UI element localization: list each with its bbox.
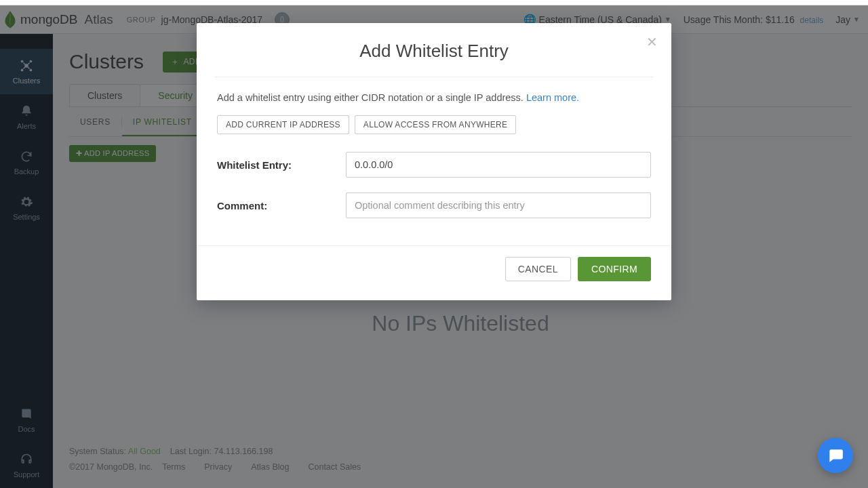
whitelist-entry-input[interactable] bbox=[346, 152, 651, 178]
whitelist-entry-label: Whitelist Entry: bbox=[217, 159, 346, 171]
browser-chrome-strip bbox=[0, 0, 868, 5]
intro-text: Add a whitelist entry using either CIDR … bbox=[217, 92, 526, 103]
learn-more-link[interactable]: Learn more. bbox=[526, 92, 579, 103]
close-icon[interactable]: ✕ bbox=[646, 34, 658, 50]
comment-input[interactable] bbox=[346, 192, 651, 218]
chat-icon bbox=[827, 447, 844, 464]
add-whitelist-modal: ✕ Add Whitelist Entry Add a whitelist en… bbox=[197, 23, 671, 300]
confirm-button[interactable]: CONFIRM bbox=[578, 257, 651, 281]
modal-title: Add Whitelist Entry bbox=[197, 23, 671, 77]
add-current-ip-button[interactable]: ADD CURRENT IP ADDRESS bbox=[217, 115, 349, 134]
cancel-button[interactable]: CANCEL bbox=[505, 257, 571, 281]
allow-anywhere-button[interactable]: ALLOW ACCESS FROM ANYWHERE bbox=[355, 115, 517, 134]
comment-label: Comment: bbox=[217, 200, 346, 211]
modal-intro: Add a whitelist entry using either CIDR … bbox=[217, 92, 651, 103]
chat-widget-button[interactable] bbox=[818, 438, 853, 473]
modal-overlay[interactable]: ✕ Add Whitelist Entry Add a whitelist en… bbox=[0, 5, 868, 488]
